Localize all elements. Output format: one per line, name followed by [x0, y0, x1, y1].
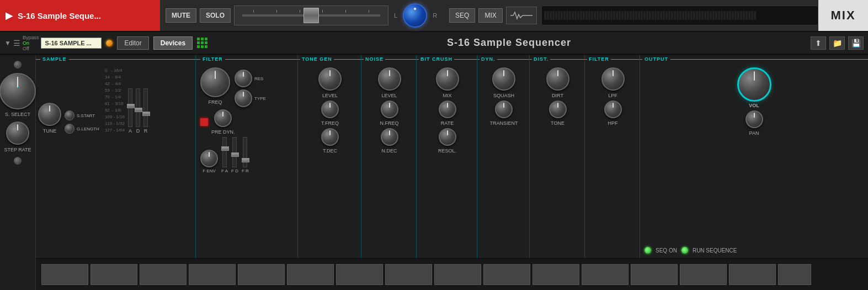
bc-mix-knob[interactable] — [436, 67, 459, 91]
seq-on-led — [645, 247, 651, 254]
tone-level-knob[interactable] — [318, 67, 342, 91]
pre-dyn-led — [200, 118, 208, 126]
t-dec-group: T.DEC — [301, 128, 359, 154]
filter2-section: FILTER LPF HPF — [585, 55, 640, 258]
lpf-knob[interactable] — [601, 67, 625, 91]
tone-dist-knob[interactable] — [549, 101, 567, 118]
menu-icon[interactable]: ☰ — [13, 39, 20, 48]
transient-group: TRANSIENT — [481, 101, 527, 126]
on-label[interactable]: On — [23, 40, 39, 46]
type-knob[interactable] — [235, 89, 252, 107]
bc-mix-group: MIX — [420, 67, 475, 98]
seq-btn-15[interactable] — [729, 264, 776, 285]
n-dec-knob[interactable] — [381, 128, 398, 146]
mute-button[interactable]: MUTE — [166, 8, 196, 23]
type-label: TYPE — [254, 96, 266, 101]
steprate-list: 0 - 16/4 14 - 8/4 42 - 4/4 53 - 1/2 70 -… — [105, 67, 125, 134]
devices-button[interactable]: Devices — [153, 36, 193, 50]
mix-button[interactable]: MIX — [478, 8, 502, 23]
volume-fader[interactable] — [234, 6, 388, 25]
save-button[interactable]: 💾 — [848, 36, 864, 50]
bc-resol-knob[interactable] — [439, 128, 456, 146]
fader-handle[interactable] — [303, 8, 319, 23]
vol-knob[interactable] — [737, 67, 771, 102]
tune-knob[interactable] — [38, 103, 61, 126]
fa-fader[interactable] — [222, 137, 227, 167]
dist-section: DIST. DIRT TONE — [530, 55, 585, 258]
squash-knob[interactable] — [492, 67, 515, 91]
lr-left-label: L — [392, 12, 400, 19]
res-knob[interactable] — [235, 70, 252, 87]
release-fader[interactable] — [143, 88, 148, 127]
seq-btn-16[interactable] — [778, 264, 811, 285]
seq-btn-2[interactable] — [90, 264, 137, 285]
seq-btn-13[interactable] — [631, 264, 678, 285]
waveform-button[interactable] — [506, 7, 537, 24]
preset-name-input[interactable] — [41, 38, 102, 49]
pre-dyn-knob[interactable] — [214, 109, 232, 127]
grid-view-icon[interactable] — [197, 38, 207, 48]
dirt-knob[interactable] — [546, 67, 569, 91]
dropdown-arrow[interactable]: ▼ — [4, 39, 11, 47]
g-length-mini-knob[interactable] — [65, 124, 74, 134]
seq-btn-3[interactable] — [140, 264, 187, 285]
attack-fader[interactable] — [128, 88, 132, 127]
sample-section-title: SAMPLE — [40, 56, 69, 62]
top-bar: ▶ S-16 Sample Seque... MUTE SOLO — [0, 0, 868, 32]
bc-rate-label: RATE — [441, 120, 454, 126]
step-rate-knob[interactable] — [6, 122, 29, 145]
decay-fader-handle[interactable] — [135, 108, 142, 112]
seq-btn-6[interactable] — [287, 264, 334, 285]
seq-btn-9[interactable] — [434, 264, 481, 285]
seq-btn-12[interactable] — [582, 264, 629, 285]
play-icon: ▶ — [6, 9, 13, 22]
seq-button[interactable]: SEQ — [449, 8, 475, 23]
arrow-up-button[interactable]: ⬆ — [811, 36, 826, 50]
s-start-mini-knob[interactable] — [65, 110, 74, 120]
mix-label-right: MIX — [818, 0, 868, 31]
release-fader-handle[interactable] — [142, 112, 150, 116]
track-title: S-16 Sample Seque... — [18, 11, 101, 20]
s-select-knob[interactable] — [0, 73, 36, 109]
seq-btn-1[interactable] — [41, 264, 88, 285]
sections-row: SAMPLE TUNE — [36, 55, 868, 258]
n-freq-knob[interactable] — [381, 101, 398, 118]
noise-level-knob[interactable] — [378, 67, 401, 91]
bc-rate-knob[interactable] — [439, 101, 456, 118]
pan-knob-top[interactable] — [403, 3, 427, 28]
t-dec-knob[interactable] — [321, 128, 339, 146]
pan-group: PAN — [745, 110, 763, 136]
dyn-knobs: SQUASH TRANSIENT — [481, 67, 527, 126]
folder-button[interactable]: 📁 — [829, 36, 845, 50]
top-bar-controls: MUTE SOLO L R — [160, 0, 445, 31]
seq-btn-5[interactable] — [238, 264, 285, 285]
hpf-knob[interactable] — [604, 101, 622, 118]
fa-handle[interactable] — [221, 146, 229, 151]
fr-handle[interactable] — [242, 158, 249, 162]
seq-on-label: SEQ ON — [656, 247, 677, 254]
fd-fader[interactable] — [232, 137, 237, 167]
bc-resol-group: RESOL. — [420, 128, 475, 154]
second-bar: ▼ ☰ Bypass On Off Editor Devices S-16 Sa… — [0, 32, 868, 54]
seq-btn-8[interactable] — [385, 264, 432, 285]
off-label[interactable]: Off — [23, 46, 39, 51]
seq-btn-7[interactable] — [336, 264, 383, 285]
seq-btn-14[interactable] — [680, 264, 727, 285]
attack-fader-handle[interactable] — [127, 104, 135, 108]
freq-knob[interactable] — [200, 67, 230, 97]
seq-btn-4[interactable] — [189, 264, 236, 285]
fr-fader[interactable] — [243, 137, 247, 167]
transient-knob[interactable] — [495, 101, 513, 118]
pan-knob[interactable] — [745, 110, 763, 128]
seq-btn-10[interactable] — [483, 264, 530, 285]
seq-btn-11[interactable] — [532, 264, 579, 285]
solo-button[interactable]: SOLO — [200, 8, 231, 23]
t-freq-knob[interactable] — [321, 101, 339, 118]
start-length-group: S.START G.LENGTH — [65, 110, 99, 134]
decay-fader[interactable] — [136, 88, 140, 127]
f-env-knob[interactable] — [200, 150, 218, 167]
bitcrush-section-title: BIT CRUSH — [419, 56, 454, 62]
sections-container: SAMPLE TUNE — [36, 55, 868, 290]
fd-handle[interactable] — [231, 152, 239, 157]
editor-button[interactable]: Editor — [117, 36, 148, 50]
